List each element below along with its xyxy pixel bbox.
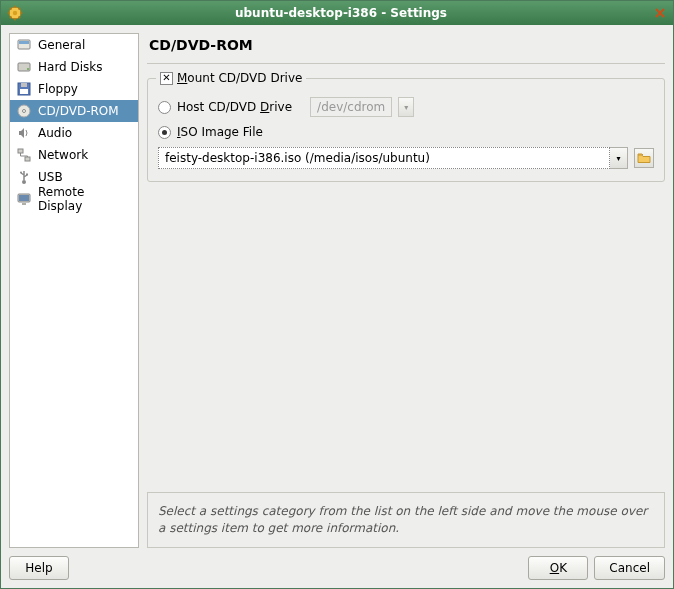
help-button[interactable]: Help: [9, 556, 69, 580]
sidebar-item-label: General: [38, 38, 85, 52]
svg-point-18: [23, 110, 26, 113]
sidebar-item-label: Remote Display: [38, 185, 132, 213]
svg-rect-22: [26, 174, 28, 176]
iso-combo-row: feisty-desktop-i386.iso (/media/isos/ubu…: [158, 147, 654, 169]
sidebar-item-label: Audio: [38, 126, 72, 140]
sidebar: General Hard Disks Floppy: [9, 33, 139, 548]
sidebar-item-label: Network: [38, 148, 88, 162]
info-text: Select a settings category from the list…: [158, 504, 647, 535]
content-area: General Hard Disks Floppy: [1, 25, 673, 588]
panel-title: CD/DVD-ROM: [147, 33, 665, 64]
iso-dropdown-btn[interactable]: ▾: [610, 147, 628, 169]
iso-path-input[interactable]: feisty-desktop-i386.iso (/media/isos/ubu…: [158, 147, 610, 169]
display-icon: [16, 191, 32, 207]
app-icon: [7, 5, 23, 21]
harddisk-icon: [16, 59, 32, 75]
window-title: ubuntu-desktop-i386 - Settings: [29, 6, 653, 20]
audio-icon: [16, 125, 32, 141]
sidebar-item-audio[interactable]: Audio: [10, 122, 138, 144]
usb-icon: [16, 169, 32, 185]
folder-icon: [637, 151, 651, 165]
svg-rect-11: [19, 41, 29, 44]
ok-button[interactable]: OK: [528, 556, 588, 580]
sidebar-item-label: USB: [38, 170, 63, 184]
host-path-input: /dev/cdrom: [310, 97, 392, 117]
info-panel: Select a settings category from the list…: [147, 492, 665, 548]
network-icon: [16, 147, 32, 163]
sidebar-item-cdrom[interactable]: CD/DVD-ROM: [10, 100, 138, 122]
svg-point-1: [13, 11, 17, 15]
sidebar-item-floppy[interactable]: Floppy: [10, 78, 138, 100]
main-area: General Hard Disks Floppy: [9, 33, 665, 548]
general-icon: [16, 37, 32, 53]
svg-rect-19: [18, 149, 23, 153]
sidebar-item-label: Floppy: [38, 82, 78, 96]
sidebar-item-remotedisplay[interactable]: Remote Display: [10, 188, 138, 210]
svg-rect-15: [21, 83, 27, 87]
cdrom-icon: [16, 103, 32, 119]
iso-row[interactable]: ISO Image File: [158, 125, 654, 139]
sidebar-item-network[interactable]: Network: [10, 144, 138, 166]
svg-point-13: [27, 68, 29, 70]
sidebar-item-label: Hard Disks: [38, 60, 103, 74]
host-drive-label: Host CD/DVD Drive: [177, 100, 292, 114]
iso-radio[interactable]: [158, 126, 171, 139]
svg-point-23: [20, 172, 22, 174]
mount-checkbox[interactable]: ✕: [160, 72, 173, 85]
mount-groupbox: ✕ Mount CD/DVD Drive Host CD/DVD Drive /…: [147, 78, 665, 182]
svg-rect-16: [20, 89, 28, 94]
host-drive-row[interactable]: Host CD/DVD Drive /dev/cdrom ▾: [158, 97, 654, 117]
sidebar-item-general[interactable]: General: [10, 34, 138, 56]
cancel-button[interactable]: Cancel: [594, 556, 665, 580]
svg-point-21: [22, 180, 26, 184]
floppy-icon: [16, 81, 32, 97]
groupbox-title[interactable]: ✕ Mount CD/DVD Drive: [156, 71, 306, 85]
sidebar-item-label: CD/DVD-ROM: [38, 104, 119, 118]
iso-label: ISO Image File: [177, 125, 263, 139]
host-path-dropdown: ▾: [398, 97, 414, 117]
svg-rect-20: [25, 157, 30, 161]
button-row: Help OK Cancel: [9, 548, 665, 580]
svg-rect-25: [19, 195, 29, 201]
browse-button[interactable]: [634, 148, 654, 168]
host-radio[interactable]: [158, 101, 171, 114]
close-icon[interactable]: [653, 6, 667, 20]
titlebar[interactable]: ubuntu-desktop-i386 - Settings: [1, 1, 673, 25]
svg-rect-26: [22, 203, 26, 205]
sidebar-item-harddisks[interactable]: Hard Disks: [10, 56, 138, 78]
settings-window: ubuntu-desktop-i386 - Settings General H…: [0, 0, 674, 589]
iso-combo[interactable]: feisty-desktop-i386.iso (/media/isos/ubu…: [158, 147, 628, 169]
right-panel: CD/DVD-ROM ✕ Mount CD/DVD Drive Host CD/…: [147, 33, 665, 548]
groupbox-label: Mount CD/DVD Drive: [177, 71, 302, 85]
